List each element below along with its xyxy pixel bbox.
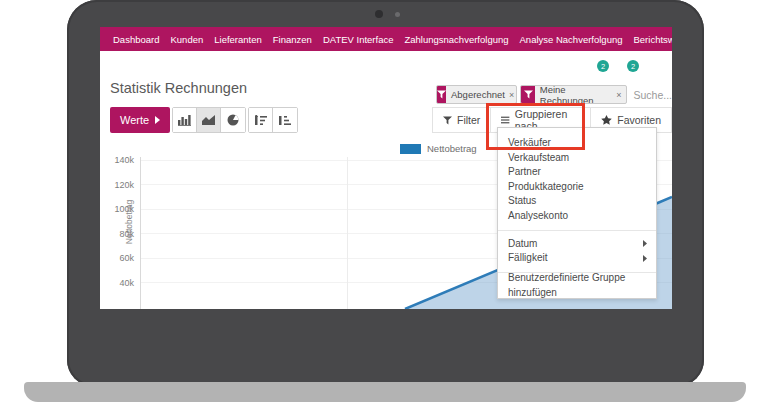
menu-item-status[interactable]: Status [498, 194, 656, 209]
nav-item-datev-interface[interactable]: DATEV Interface [323, 34, 394, 45]
nav-item-kunden[interactable]: Kunden [170, 34, 203, 45]
legend-swatch [400, 144, 421, 154]
menu-item-custom-group[interactable]: Benutzerdefinierte Gruppe hinzufügen [498, 279, 656, 294]
filter-button-label: Filter [457, 114, 480, 126]
filter-tag-label: Meine Rechnungen [540, 85, 612, 104]
nav-item-analyse-nachverfolgung[interactable]: Analyse Nachverfolgung [520, 34, 623, 45]
values-button-label: Werte [120, 114, 149, 126]
nav-item-dashboard[interactable]: Dashboard [113, 34, 159, 45]
chart-type-group [172, 107, 246, 133]
y-tick: 60k [108, 253, 134, 263]
page: Dashboard Kunden Lieferanten Finanzen DA… [0, 0, 770, 402]
y-tick: 40k [108, 278, 134, 288]
caret-right-icon [155, 116, 160, 124]
nav-item-berichtswesen[interactable]: Berichtswesen [634, 34, 673, 45]
star-icon [601, 115, 612, 125]
area-chart-icon [202, 115, 215, 125]
sort-ascending-icon [279, 115, 291, 126]
filter-tag-abgerechnet[interactable]: Abgerechnet × [436, 85, 517, 104]
caret-right-icon [643, 255, 647, 262]
search-input[interactable]: Suche... [630, 89, 672, 101]
sort-descending-button[interactable] [249, 108, 273, 132]
funnel-icon [437, 86, 446, 103]
funnel-icon [521, 86, 534, 103]
sort-ascending-button[interactable] [273, 108, 297, 132]
notification-badge[interactable]: 2 [627, 60, 639, 72]
y-tick: 100k [108, 204, 134, 214]
caret-right-icon [643, 240, 647, 247]
menu-item-datum[interactable]: Datum [498, 237, 656, 252]
nav-item-lieferanten[interactable]: Lieferanten [214, 34, 262, 45]
funnel-icon [443, 116, 452, 125]
app-screen: Dashboard Kunden Lieferanten Finanzen DA… [100, 27, 672, 309]
filter-button[interactable]: Filter [432, 107, 491, 133]
bar-chart-button[interactable] [173, 108, 197, 132]
pie-chart-button[interactable] [221, 108, 245, 132]
chart-legend[interactable]: Nettobetrag [400, 143, 477, 154]
group-by-dropdown: Verkäufer Verkaufsteam Partner Produktka… [497, 127, 657, 299]
laptop-base [24, 382, 746, 402]
search-bar[interactable]: Abgerechnet × Meine Rechnungen × Suche..… [436, 85, 672, 104]
y-tick: 120k [108, 180, 134, 190]
page-title: Statistik Rechnungen [110, 80, 247, 96]
area-chart-button[interactable] [197, 108, 221, 132]
nav-item-zahlungsnachverfolgung[interactable]: Zahlungsnachverfolgung [404, 34, 508, 45]
notification-badge[interactable]: 2 [597, 60, 609, 72]
values-button[interactable]: Werte [110, 107, 170, 133]
menu-item-analysekonto[interactable]: Analysekonto [498, 209, 656, 224]
top-navbar: Dashboard Kunden Lieferanten Finanzen DA… [100, 27, 672, 51]
nav-item-finanzen[interactable]: Finanzen [273, 34, 312, 45]
legend-label: Nettobetrag [427, 143, 477, 154]
sort-descending-icon [255, 115, 267, 126]
remove-tag-icon[interactable]: × [616, 90, 621, 100]
camera-dot-icon [375, 10, 383, 18]
hamburger-menu-icon [501, 116, 509, 124]
menu-item-faelligkeit[interactable]: Fälligkeit [498, 251, 656, 266]
y-tick: 80k [108, 229, 134, 239]
menu-item-partner[interactable]: Partner [498, 165, 656, 180]
favorites-button-label: Favoriten [617, 114, 661, 126]
filter-tag-meine-rechnungen[interactable]: Meine Rechnungen × [520, 85, 627, 104]
menu-item-verkaufsteam[interactable]: Verkaufsteam [498, 151, 656, 166]
menu-divider [498, 230, 656, 231]
remove-tag-icon[interactable]: × [509, 90, 514, 100]
menu-item-verkaeufer[interactable]: Verkäufer [498, 136, 656, 151]
camera-led-icon [395, 12, 400, 17]
sort-group [248, 107, 298, 133]
menu-item-produktkategorie[interactable]: Produktkategorie [498, 180, 656, 195]
pie-chart-icon [227, 114, 239, 126]
bar-chart-icon [178, 115, 191, 126]
chart-y-axis-label: Nettobetrag [124, 192, 134, 252]
filter-tag-label: Abgerechnet [451, 89, 505, 100]
y-tick: 140k [108, 155, 134, 165]
